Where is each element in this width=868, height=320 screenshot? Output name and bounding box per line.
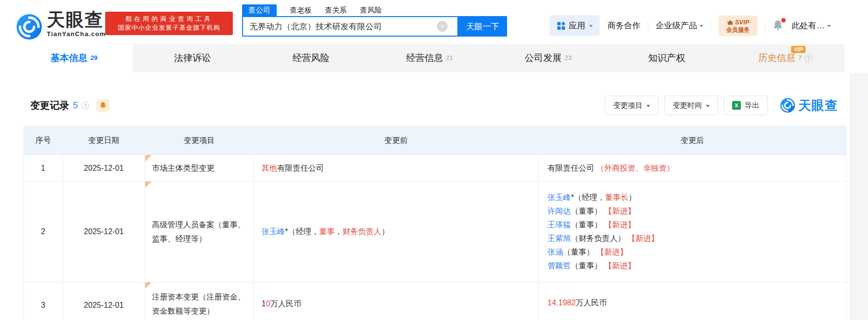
change-item-text: 注册资本变更（注册资金、资金数额等变更）	[152, 293, 245, 315]
tab-label: 公司发展	[525, 52, 562, 64]
corner-marker-icon	[145, 155, 151, 161]
filter-buttons: 变更项目变更时间	[605, 96, 718, 115]
search-button[interactable]: 天眼一下	[458, 16, 507, 37]
user-menu[interactable]: 此处有…	[792, 20, 831, 31]
search-tab[interactable]: 查关系	[325, 6, 347, 15]
cell-line: 有限责任公司 （外商投资、非独资）	[547, 161, 840, 175]
scrollbar-area	[849, 73, 868, 320]
apps-button[interactable]: 应用	[549, 15, 600, 36]
nav-tab[interactable]: 历史信息7?VIP	[726, 44, 845, 72]
cell-text: 万人民币	[576, 299, 607, 307]
svip-sublabel: 会员服务	[726, 27, 750, 33]
person-link[interactable]: 张玉峰	[262, 227, 285, 236]
cell-after: 14.1982万人民币	[539, 282, 847, 320]
bell-icon	[99, 101, 107, 109]
watermark-brand: 天眼查	[798, 97, 838, 114]
search-input[interactable]	[242, 16, 458, 37]
cell-text: （董事）	[563, 248, 596, 256]
cell-line: 王紫旭（财务负责人） 【新进】	[547, 232, 840, 245]
excel-icon: X	[732, 101, 741, 110]
nav-cooperation[interactable]: 商务合作	[607, 20, 641, 31]
cell-text: （董事）	[571, 261, 604, 270]
page: 天眼查 TianYanCha.com 都在用的商业查询工具 国家中小企业发展子基…	[0, 0, 868, 320]
notifications-bell-button[interactable]	[773, 20, 784, 32]
cell-text: 财务负责人	[342, 227, 381, 236]
person-link[interactable]: 王紫旭	[547, 234, 571, 242]
cell-text: 0	[266, 300, 270, 308]
logo-text[interactable]: 天眼查 TianYanCha.com	[47, 11, 106, 37]
chevron-down-icon	[706, 105, 710, 107]
cell-after: 有限责任公司 （外商投资、非独资）	[539, 155, 847, 181]
nav-tab[interactable]: 公司发展23	[489, 44, 607, 72]
help-icon[interactable]: ?	[81, 101, 89, 109]
crown-icon	[727, 20, 734, 25]
cell-text: （外商投资、非独资）	[596, 164, 674, 172]
cell-line: 10万人民币	[262, 297, 532, 311]
nav-tab[interactable]: 法律诉讼	[133, 44, 251, 72]
cell-text: 【新进】	[604, 261, 635, 270]
tabbar: 基本信息29法律诉讼经营风险经营信息21公司发展23知识产权历史信息7?VIP	[15, 44, 845, 72]
search-tab[interactable]: 查老板	[290, 6, 312, 15]
cell-before: 其他有限责任公司	[254, 155, 539, 181]
brand-name: 天眼查	[47, 11, 106, 29]
nav-enterprise[interactable]: 企业级产品	[656, 20, 703, 31]
slogan-banner: 都在用的商业查询工具 国家中小企业发展子基金旗下机构	[105, 12, 233, 35]
section-bar: 变更记录 5 ? 变更项目变更时间 X 导出	[23, 96, 838, 115]
tab-label: 知识产权	[648, 52, 685, 64]
nav-tab[interactable]: 知识产权	[607, 44, 726, 72]
top-bar: 天眼查 TianYanCha.com 都在用的商业查询工具 国家中小企业发展子基…	[0, 0, 868, 44]
corner-marker-icon	[145, 181, 151, 188]
cell-text: 董事	[319, 227, 335, 236]
person-link[interactable]: 王瑛韫	[547, 220, 571, 229]
nav-tab[interactable]: 经营风险	[252, 44, 370, 72]
table-header-row: 序号变更日期变更项目变更前变更后	[24, 126, 847, 155]
nav-tab[interactable]: 基本信息29	[15, 44, 133, 72]
search-tab[interactable]: 查公司	[242, 4, 277, 17]
tianyancha-logo-icon	[780, 98, 795, 113]
chevron-down-icon	[589, 25, 593, 27]
cell-line: 14.1982万人民币	[547, 296, 840, 310]
cell-line: 许闻达（董事） 【新进】	[547, 204, 840, 218]
column-header: 序号	[24, 126, 63, 155]
section-title: 变更记录	[30, 99, 69, 112]
export-button[interactable]: X 导出	[724, 96, 768, 115]
person-link[interactable]: 曾颖哲	[547, 261, 571, 270]
tab-count: 29	[90, 54, 97, 61]
notification-dot	[781, 18, 786, 22]
person-link[interactable]: 许闻达	[547, 207, 571, 215]
cell-text: 【新进】	[596, 248, 627, 256]
svip-badge[interactable]: SVIP 会员服务	[718, 16, 757, 36]
brand-domain: TianYanCha.com	[47, 31, 106, 37]
cell-date: 2025-12-01	[63, 181, 145, 282]
person-link[interactable]: 张涵	[547, 248, 563, 256]
cell-text: （董事）	[571, 220, 604, 229]
help-icon: ?	[805, 54, 812, 62]
cell-text: ，	[335, 227, 342, 236]
section-actions: 变更项目变更时间 X 导出 天眼查	[605, 96, 838, 115]
tab-count: 21	[446, 54, 453, 61]
cell-text: *（经理，	[285, 227, 319, 236]
nav-tab[interactable]: 经营信息21	[370, 44, 489, 72]
cell-change-item: 市场主体类型变更	[145, 155, 254, 181]
cell-text: *（经理，	[571, 193, 605, 201]
filter-button[interactable]: 变更时间	[664, 96, 718, 115]
cell-no: 3	[24, 282, 63, 320]
cell-change-item: 注册资本变更（注册资金、资金数额等变更）	[145, 282, 254, 320]
person-link[interactable]: 张玉峰	[547, 193, 571, 201]
section-header: 变更记录 5 ?	[30, 99, 110, 112]
cell-text: 【新进】	[604, 207, 635, 215]
search-tab[interactable]: 查风险	[360, 6, 382, 15]
column-header: 变更日期	[63, 126, 145, 155]
clear-icon[interactable]: ×	[437, 21, 448, 32]
tab-count: 23	[565, 54, 571, 61]
filter-button[interactable]: 变更项目	[605, 96, 659, 115]
search-tabs: 查公司查老板查关系查风险	[242, 4, 382, 16]
cell-no: 2	[24, 181, 63, 282]
subscribe-bell-button[interactable]	[96, 99, 110, 112]
svip-label: SVIP	[735, 19, 750, 25]
cell-text: 万人民币	[270, 300, 302, 308]
cell-line: 张玉峰*（经理，董事，财务负责人）	[262, 225, 532, 239]
cell-line: 张玉峰*（经理，董事长）	[547, 191, 840, 204]
column-header: 变更前	[254, 126, 539, 155]
tab-label: 基本信息	[50, 52, 87, 64]
